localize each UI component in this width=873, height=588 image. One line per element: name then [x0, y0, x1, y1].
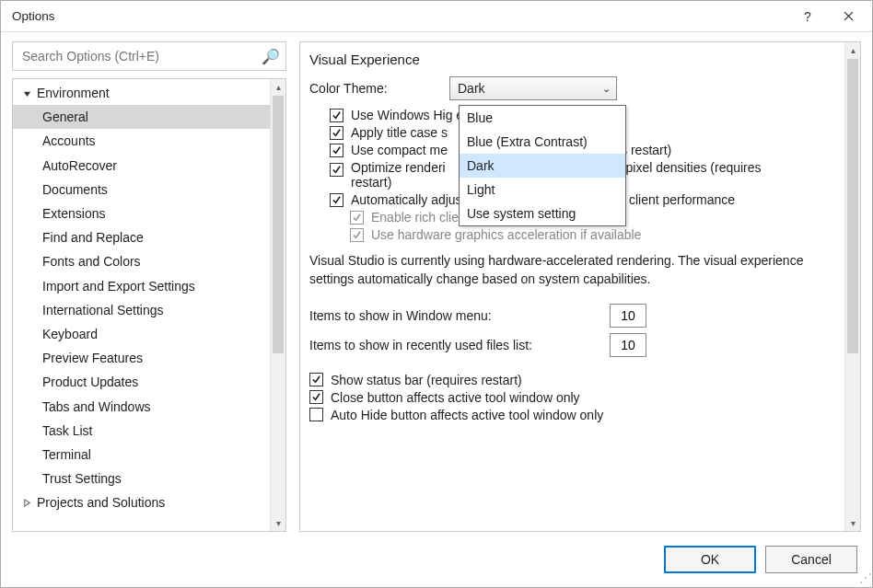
- tree-item-preview-features[interactable]: Preview Features: [13, 346, 270, 370]
- checkbox-compact-menu[interactable]: [330, 144, 343, 157]
- tree-item-environment[interactable]: Environment: [13, 81, 270, 105]
- dropdown-option-blue[interactable]: Blue: [460, 106, 625, 130]
- scroll-thumb[interactable]: [847, 59, 858, 353]
- tree-label: International Settings: [42, 303, 164, 317]
- search-input[interactable]: [20, 48, 262, 64]
- checkbox-close-affects-active[interactable]: [309, 390, 323, 404]
- options-tree: Environment General Accounts AutoRecover…: [12, 78, 286, 532]
- checkbox-hw-accel: [350, 228, 364, 242]
- tree-label: Product Updates: [42, 375, 138, 389]
- pane-scrollbar[interactable]: ▴ ▾: [844, 42, 860, 531]
- scroll-down-icon[interactable]: ▾: [845, 515, 860, 531]
- checkbox-high-contrast[interactable]: [330, 109, 343, 122]
- color-theme-value: Dark: [458, 81, 602, 96]
- checkbox-optimize-rendering[interactable]: [330, 163, 343, 177]
- tree-label: Tabs and Windows: [42, 399, 151, 414]
- titlebar: Options ?: [1, 1, 872, 32]
- checkbox-row: Show status bar (requires restart): [309, 373, 832, 387]
- help-button[interactable]: ?: [787, 3, 828, 30]
- tree-label: AutoRecover: [42, 158, 117, 173]
- tree-label: Terminal: [42, 447, 91, 462]
- tree-label: General: [42, 110, 88, 124]
- tree-item-terminal[interactable]: Terminal: [13, 443, 270, 467]
- tree-item-extensions[interactable]: Extensions: [13, 202, 270, 225]
- tree-item-find-replace[interactable]: Find and Replace: [13, 225, 270, 249]
- tree-label: Accounts: [42, 133, 96, 148]
- dialog-footer: OK Cancel: [1, 532, 872, 587]
- recent-files-items-row: Items to show in recently used files lis…: [309, 333, 832, 357]
- chevron-down-icon: ⌄: [602, 83, 611, 95]
- checkbox-label: Close button affects active tool window …: [331, 390, 580, 405]
- tree-item-autorecover[interactable]: AutoRecover: [13, 154, 270, 178]
- tree-label: Extensions: [42, 206, 105, 221]
- checkbox-auto-adjust[interactable]: [330, 193, 343, 207]
- tree-label: Documents: [42, 182, 108, 197]
- color-theme-select[interactable]: Dark ⌄: [449, 76, 617, 100]
- tree-label: Projects and Solutions: [37, 495, 165, 510]
- tree-label: Keyboard: [42, 327, 98, 341]
- close-icon: [844, 11, 854, 21]
- close-button[interactable]: [828, 3, 868, 30]
- color-theme-dropdown[interactable]: Blue Blue (Extra Contrast) Dark Light Us…: [459, 105, 626, 226]
- window-menu-items-input[interactable]: [610, 304, 646, 328]
- tree-scrollbar[interactable]: ▴ ▾: [270, 79, 285, 531]
- tree-item-documents[interactable]: Documents: [13, 178, 270, 202]
- search-icon: 🔍: [262, 48, 280, 65]
- tree-item-import-export[interactable]: Import and Export Settings: [13, 274, 270, 298]
- checkbox-row: Use hardware graphics acceleration if av…: [309, 227, 832, 242]
- tree-item-trust-settings[interactable]: Trust Settings: [13, 467, 270, 490]
- checkbox-row: Close button affects active tool window …: [309, 390, 832, 405]
- resize-grip-icon[interactable]: ⋰: [859, 574, 870, 585]
- tree-label: Environment: [37, 86, 110, 100]
- scroll-down-icon[interactable]: ▾: [271, 515, 285, 531]
- checkbox-label: Auto Hide button affects active tool win…: [331, 408, 603, 422]
- num-label: Items to show in recently used files lis…: [309, 338, 610, 352]
- tree-label: Import and Export Settings: [42, 279, 195, 294]
- dropdown-option-light[interactable]: Light: [460, 178, 625, 202]
- search-box[interactable]: 🔍: [12, 41, 286, 71]
- tree-item-general[interactable]: General: [13, 105, 270, 129]
- tree-label: Find and Replace: [42, 230, 144, 245]
- window-title: Options: [12, 9, 787, 23]
- color-theme-label: Color Theme:: [309, 81, 449, 96]
- cancel-button[interactable]: Cancel: [765, 546, 857, 573]
- dropdown-option-system[interactable]: Use system setting: [460, 202, 625, 225]
- scroll-thumb[interactable]: [273, 96, 284, 353]
- tree-item-accounts[interactable]: Accounts: [13, 129, 270, 153]
- rendering-description: Visual Studio is currently using hardwar…: [309, 251, 832, 289]
- tree-label: Trust Settings: [42, 471, 122, 486]
- tree-item-task-list[interactable]: Task List: [13, 419, 270, 443]
- tree-item-tabs-windows[interactable]: Tabs and Windows: [13, 394, 270, 418]
- scroll-up-icon[interactable]: ▴: [845, 42, 860, 58]
- checkbox-label: Show status bar (requires restart): [331, 373, 522, 387]
- window-menu-items-row: Items to show in Window menu:: [309, 304, 832, 328]
- tree-item-keyboard[interactable]: Keyboard: [13, 322, 270, 346]
- dropdown-option-dark[interactable]: Dark: [460, 154, 625, 178]
- tree-item-projects-solutions[interactable]: Projects and Solutions: [13, 490, 270, 514]
- checkbox-label: Apply title case s: [351, 125, 448, 140]
- checkbox-status-bar[interactable]: [309, 373, 323, 386]
- tree-label: Task List: [42, 423, 92, 438]
- dropdown-option-blue-extra[interactable]: Blue (Extra Contrast): [460, 130, 625, 154]
- tree-item-fonts-colors[interactable]: Fonts and Colors: [13, 249, 270, 273]
- expand-icon: [20, 499, 33, 507]
- num-label: Items to show in Window menu:: [309, 308, 610, 323]
- ok-button[interactable]: OK: [664, 546, 756, 573]
- checkbox-title-case[interactable]: [330, 126, 343, 140]
- tree-item-international[interactable]: International Settings: [13, 298, 270, 322]
- collapse-icon: [20, 89, 33, 98]
- section-title: Visual Experience: [309, 52, 832, 67]
- tree-label: Preview Features: [42, 351, 143, 365]
- recent-files-items-input[interactable]: [610, 333, 646, 357]
- tree-item-product-updates[interactable]: Product Updates: [13, 370, 270, 394]
- checkbox-autohide-affects-active[interactable]: [309, 408, 323, 421]
- scroll-up-icon[interactable]: ▴: [271, 79, 285, 95]
- checkbox-row: Auto Hide button affects active tool win…: [309, 408, 832, 422]
- left-panel: 🔍 Environment General Accounts AutoRecov…: [12, 41, 286, 532]
- tree-label: Fonts and Colors: [42, 254, 141, 269]
- checkbox-rich-client: [350, 211, 364, 225]
- checkbox-label: Use hardware graphics acceleration if av…: [371, 227, 641, 242]
